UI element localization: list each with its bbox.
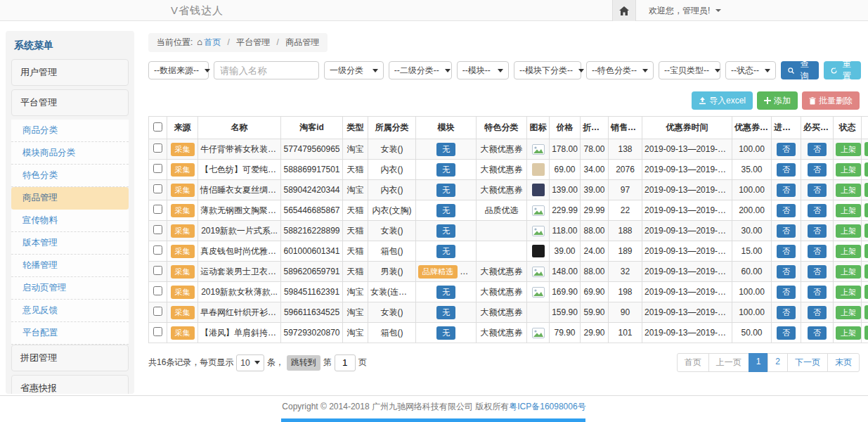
sidebar-item-宣传物料[interactable]: 宣传物料 <box>11 210 129 232</box>
edit-button[interactable] <box>864 326 868 340</box>
must-buy-toggle-button[interactable]: 否 <box>808 306 827 319</box>
import-toggle-button[interactable]: 否 <box>777 224 796 238</box>
search-button[interactable]: 查询 <box>781 61 818 79</box>
sidebar-item-启动页管理[interactable]: 启动页管理 <box>11 277 129 300</box>
module-none-badge[interactable]: 无 <box>436 163 455 177</box>
import-toggle-button[interactable]: 否 <box>777 184 796 197</box>
edit-button[interactable] <box>864 305 868 319</box>
status-select[interactable]: --状态-- <box>725 61 776 79</box>
must-buy-toggle-button[interactable]: 否 <box>808 245 827 258</box>
edit-button[interactable] <box>864 264 868 279</box>
module-none-badge[interactable]: 无 <box>436 326 455 340</box>
row-checkbox[interactable] <box>153 307 162 316</box>
import-toggle-button[interactable]: 否 <box>777 245 796 258</box>
per-page-select[interactable]: 10 <box>236 354 264 371</box>
reset-button[interactable]: 重置 <box>824 61 861 79</box>
must-buy-toggle-button[interactable]: 否 <box>808 163 827 177</box>
sidebar-group-省惠快报[interactable]: 省惠快报 <box>11 375 129 394</box>
row-checkbox[interactable] <box>153 184 162 193</box>
import-toggle-button[interactable]: 否 <box>777 204 796 217</box>
module-none-badge[interactable]: 无 <box>436 245 455 258</box>
source-badge[interactable]: 采集 <box>171 265 195 279</box>
sidebar-item-版本管理[interactable]: 版本管理 <box>11 232 129 255</box>
module-badge[interactable]: 品牌精选 <box>418 265 458 279</box>
edit-button[interactable] <box>864 285 868 299</box>
source-badge[interactable]: 采集 <box>171 184 195 197</box>
pager-button-下一页[interactable]: 下一页 <box>787 353 828 372</box>
edit-button[interactable] <box>864 244 868 258</box>
status-button[interactable]: 上架 <box>836 265 861 279</box>
status-button[interactable]: 上架 <box>836 204 861 217</box>
import-toggle-button[interactable]: 否 <box>777 326 796 340</box>
row-checkbox[interactable] <box>153 205 162 214</box>
status-button[interactable]: 上架 <box>836 143 861 156</box>
sidebar-item-商品管理[interactable]: 商品管理 <box>11 187 129 210</box>
batch-delete-button[interactable]: 批量删除 <box>802 91 860 110</box>
status-button[interactable]: 上架 <box>836 306 861 319</box>
module-none-badge[interactable]: 无 <box>436 224 455 238</box>
feature-category-select[interactable]: --特色分类-- <box>586 61 654 79</box>
module-none-badge[interactable]: 无 <box>436 204 455 217</box>
edit-button[interactable] <box>864 183 868 197</box>
import-toggle-button[interactable]: 否 <box>777 163 796 177</box>
select-all-checkbox[interactable] <box>153 122 162 132</box>
source-badge[interactable]: 采集 <box>171 286 195 299</box>
edit-button[interactable] <box>864 203 868 217</box>
sidebar-item-商品分类[interactable]: 商品分类 <box>11 120 129 142</box>
status-button[interactable]: 上架 <box>836 163 861 177</box>
jump-button[interactable]: 跳转到 <box>287 355 320 371</box>
edit-button[interactable] <box>864 142 868 156</box>
status-button[interactable]: 上架 <box>836 184 861 197</box>
pager-button-末页[interactable]: 末页 <box>827 353 860 372</box>
row-checkbox[interactable] <box>153 327 162 336</box>
must-buy-toggle-button[interactable]: 否 <box>808 265 827 279</box>
data-source-select[interactable]: --数据来源-- <box>148 61 209 79</box>
edit-button[interactable] <box>864 162 868 177</box>
edit-button[interactable] <box>864 224 868 238</box>
add-button[interactable]: 添加 <box>757 91 798 110</box>
row-checkbox[interactable] <box>153 266 162 275</box>
row-checkbox[interactable] <box>153 164 162 173</box>
row-checkbox[interactable] <box>153 245 162 255</box>
sidebar-group-平台管理[interactable]: 平台管理 <box>11 89 129 116</box>
must-buy-toggle-button[interactable]: 否 <box>808 143 827 156</box>
import-toggle-button[interactable]: 否 <box>777 265 796 279</box>
row-checkbox[interactable] <box>153 286 162 295</box>
module-none-badge[interactable]: 无 <box>436 184 455 197</box>
source-badge[interactable]: 采集 <box>171 326 195 340</box>
module-select[interactable]: --模块-- <box>457 61 509 79</box>
status-button[interactable]: 上架 <box>836 326 861 340</box>
pager-button-2[interactable]: 2 <box>767 353 788 372</box>
user-menu[interactable]: 欢迎您，管理员! <box>636 5 868 17</box>
pager-button-上一页[interactable]: 上一页 <box>708 353 749 372</box>
home-button[interactable] <box>612 0 636 21</box>
page-number-input[interactable] <box>335 354 356 371</box>
pager-button-首页[interactable]: 首页 <box>677 353 709 372</box>
source-badge[interactable]: 采集 <box>171 245 195 258</box>
sidebar-group-用户管理[interactable]: 用户管理 <box>11 59 129 86</box>
sidebar-group-拼团管理[interactable]: 拼团管理 <box>11 345 129 371</box>
status-button[interactable]: 上架 <box>836 245 861 258</box>
must-buy-toggle-button[interactable]: 否 <box>808 326 827 340</box>
must-buy-toggle-button[interactable]: 否 <box>808 204 827 217</box>
row-checkbox[interactable] <box>153 225 162 234</box>
level1-category-select[interactable]: 一级分类 <box>324 61 384 79</box>
source-badge[interactable]: 采集 <box>171 224 195 238</box>
sidebar-item-轮播管理[interactable]: 轮播管理 <box>11 255 129 277</box>
breadcrumb-home-link[interactable]: 首页 <box>204 37 221 47</box>
row-checkbox[interactable] <box>153 143 162 153</box>
status-button[interactable]: 上架 <box>836 286 861 299</box>
source-badge[interactable]: 采集 <box>171 204 195 217</box>
status-button[interactable]: 上架 <box>836 224 861 238</box>
module-none-badge[interactable]: 无 <box>436 143 455 156</box>
sidebar-item-特色分类[interactable]: 特色分类 <box>11 165 129 187</box>
module-none-badge[interactable]: 无 <box>436 286 455 299</box>
module-none-badge[interactable]: 无 <box>436 306 455 319</box>
must-buy-toggle-button[interactable]: 否 <box>808 184 827 197</box>
import-excel-button[interactable]: 导入excel <box>692 91 753 110</box>
item-type-select[interactable]: --宝贝类型-- <box>659 61 720 79</box>
source-badge[interactable]: 采集 <box>171 163 195 177</box>
sidebar-item-平台配置[interactable]: 平台配置 <box>11 322 129 345</box>
import-toggle-button[interactable]: 否 <box>777 306 796 319</box>
must-buy-toggle-button[interactable]: 否 <box>808 286 827 299</box>
